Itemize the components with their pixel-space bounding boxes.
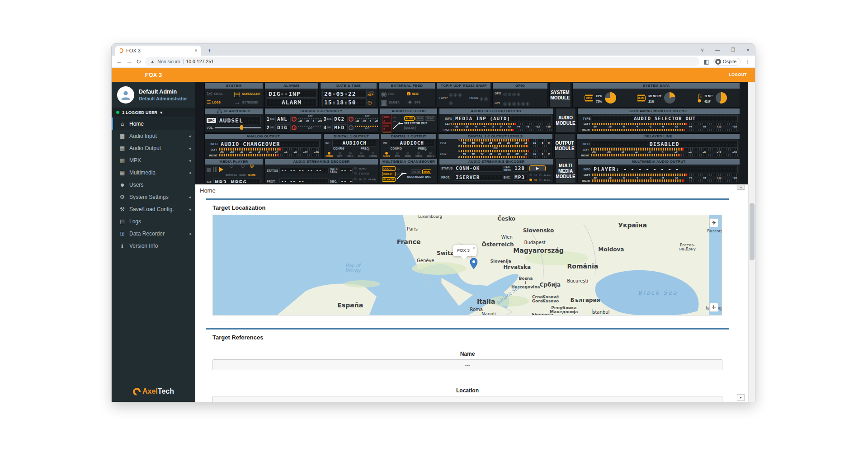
src-button[interactable]: SRC [207, 118, 216, 123]
module-streaming-monitor: STREAMING MONITOR OUTPUT TYPEAUDIO SELEC… [577, 108, 740, 133]
sidebar-item-logs[interactable]: ▤Logs [112, 215, 195, 227]
status-indicator: 1 [449, 93, 453, 97]
sidebar-item-home[interactable]: ⌂Home [112, 118, 195, 130]
dashboard-collapse-button[interactable]: ▾ [737, 185, 745, 190]
sidebar-item-save-load-config-[interactable]: ⚒Save/Load Config.◂ [112, 203, 195, 215]
side-panel-icon[interactable]: ◧ [703, 58, 709, 65]
meter-scale-tick: -30 [454, 125, 458, 128]
brand-title: FOX 3 [112, 68, 195, 82]
streaming-monitor-display: AUDIO SELECTOR OUT [592, 115, 738, 122]
sidebar-item-users[interactable]: ☻Users [112, 179, 195, 191]
option-label: AUDIO [383, 155, 390, 158]
map-label: Bay of Biscay [345, 263, 360, 273]
profile-chip[interactable]: ☻ Ospite [713, 58, 741, 66]
scroll-down-button[interactable]: ▼ [737, 394, 745, 401]
window-minimize-icon[interactable]: — [715, 47, 720, 52]
back-icon[interactable]: ← [116, 58, 122, 65]
logged-users-bar[interactable]: 1 LOGGED USER ▾ [112, 108, 195, 117]
option-96khz: 96kHz [358, 151, 364, 158]
window-restore-icon[interactable]: ∨ [700, 47, 704, 53]
map-label: Italia [477, 298, 495, 305]
option-mpx: MPX [395, 151, 400, 158]
meter-scale-tick: -20 [514, 141, 519, 145]
location-field[interactable]: --- [212, 396, 722, 402]
reload-icon[interactable]: ↻ [136, 58, 141, 65]
window-maximize-icon[interactable]: ❐ [731, 47, 736, 53]
sidebar-item-mpx[interactable]: ▦MPX◂ [112, 154, 195, 166]
module-title: SYSTEM [205, 83, 263, 89]
sidebar-item-data-recorder[interactable]: ⊞Data Recorder◂ [112, 227, 195, 240]
user-icon: ☻ [119, 182, 126, 188]
module-title: SOURCES & PRIORITY [265, 108, 378, 114]
grid-icon: ▦ [119, 133, 126, 139]
meter-row: 2 [449, 155, 551, 158]
meter-bar [592, 174, 738, 176]
meter-scale-tick: +4 [284, 151, 287, 154]
map-popup[interactable]: FOX 3 × [453, 245, 476, 256]
agc-scale-tick: +20 [375, 120, 378, 122]
address-bar-row: ← → ↻ ▲ Non sicuro 10.0.127.251 ◧ ☻ Ospi… [112, 56, 755, 68]
meter-channel-label: 2 [449, 155, 460, 158]
module-system: SYSTEM ✉EMAIL ▤SCHEDULER ≡LOGS →EXTENDED [204, 83, 263, 108]
meter-scale-tick: -18 [608, 125, 612, 128]
meter-scale-tick: -35 [488, 141, 492, 145]
map-label: Budapest [524, 240, 545, 245]
sidebar-item-version-info[interactable]: ℹVersion Info [112, 240, 195, 252]
grid-icon: ▦ [119, 145, 126, 151]
volume-slider-knob[interactable] [240, 125, 243, 130]
popup-close-icon[interactable]: × [472, 246, 475, 250]
new-tab-button[interactable]: + [205, 46, 214, 55]
status-indicator: 3 [512, 93, 516, 96]
name-radio[interactable] [250, 165, 254, 168]
rs232-label: RS232 [469, 96, 478, 99]
status-indicator: 3 [458, 93, 462, 97]
volume-slider[interactable] [215, 125, 261, 130]
name-field[interactable]: --- [212, 359, 722, 370]
module-gpio: GPIO GPO1234 GPI123456 [492, 83, 548, 108]
option-mpx: MPX [337, 151, 342, 158]
page-scrollbar[interactable] [748, 82, 755, 402]
encoder-enc-display: MP3 [513, 174, 528, 181]
map-pan-button[interactable]: ✛ [709, 303, 718, 312]
module-system-data: SYSTEM DATA CPU CPU75% RAM MEMORY21% [572, 83, 740, 108]
browser-window: FOX 3 × + ∨ — ❐ × ← → ↻ ▲ Non sicuro 10.… [112, 44, 755, 402]
favicon-icon [119, 48, 123, 53]
sidebar-item-audio-input[interactable]: ▦Audio Input◂ [112, 130, 195, 142]
meter-scale-tick: 0 [500, 125, 501, 128]
forward-icon[interactable]: → [126, 58, 132, 65]
meter-scale-tick: -10 [532, 141, 536, 145]
map-marker-icon[interactable] [470, 258, 477, 269]
divider [183, 59, 184, 64]
address-bar[interactable]: ▲ Non sicuro 10.0.127.251 [145, 57, 699, 66]
sidebar-item-label: Audio Input [129, 133, 157, 139]
module-title: DIGITAL 1 OUTPUT [324, 134, 379, 139]
map-locate-button[interactable]: ✈ [709, 218, 718, 227]
map[interactable]: LuxembourgParisFranceBay of BiscayGenève… [212, 215, 722, 315]
sidebar-item-audio-output[interactable]: ▦Audio Output◂ [112, 142, 195, 154]
window-close-icon[interactable]: × [746, 47, 750, 53]
meter-channel-label: RIGHT [579, 154, 590, 157]
src3-chip: SRC-3 [382, 123, 392, 132]
udp-indicators: 1234 [447, 107, 465, 107]
sidebar-item-multimedia[interactable]: ▦Multimedia◂ [112, 166, 195, 179]
encoder-rate-display: 128 [513, 165, 528, 172]
module-title: AUDIO STREAMING DECODER [265, 159, 378, 165]
module-title: ALARMS [265, 83, 318, 89]
tab-close-icon[interactable]: × [194, 47, 198, 54]
logo-axel: Axel [142, 387, 158, 395]
scrollbar-thumb[interactable] [750, 203, 755, 260]
shuffle-radio[interactable] [230, 165, 233, 168]
browser-tab[interactable]: FOX 3 × [115, 46, 201, 56]
meter-bar [461, 150, 551, 152]
browser-menu-icon[interactable]: ⋮ [745, 58, 750, 65]
map-label: France [397, 238, 421, 245]
digital2-display: AUDIOCH [390, 140, 434, 146]
logout-button[interactable]: LOGOUT [729, 68, 747, 82]
meter-scale-tick: -2 [258, 151, 260, 154]
meter-channel-label: LEFT [207, 148, 217, 151]
meter-scale-tick: +4 [689, 151, 692, 154]
module-title: AUDIO SELECTOR [380, 108, 437, 114]
date-radio[interactable] [241, 165, 245, 168]
sidebar-item-system-settings[interactable]: ⚙System Settings◂ [112, 191, 195, 203]
meter-scale: -30-18-8-4-20+2+4+8+12+18 [219, 151, 320, 154]
